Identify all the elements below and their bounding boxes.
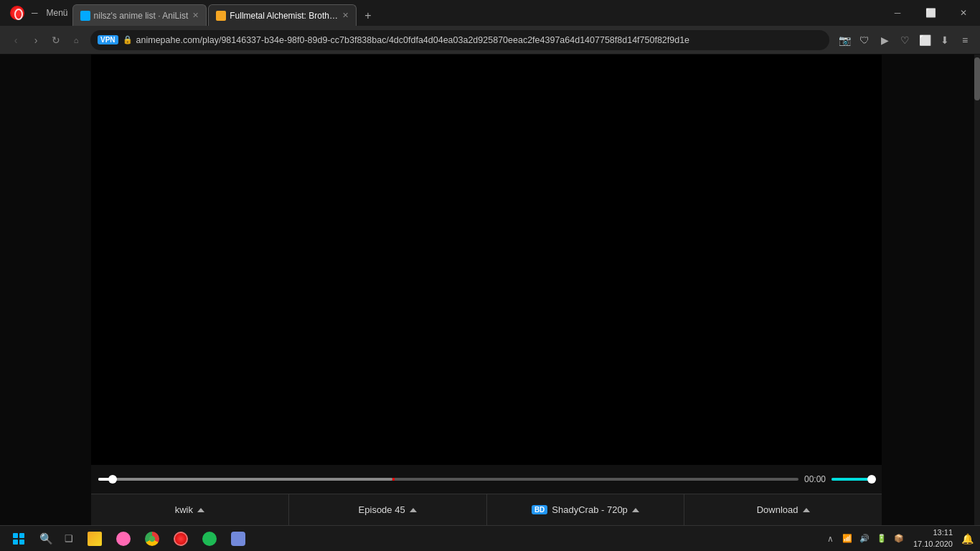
server-label: kwik <box>175 504 193 515</box>
video-area: 00:00 kwik Episode 45 BD ShadyCrab - 720… <box>91 55 882 525</box>
taskbar-app-opera[interactable] <box>166 526 195 552</box>
bottom-controls: kwik Episode 45 BD ShadyCrab - 720p Down… <box>91 494 882 525</box>
refresh-button[interactable]: ↻ <box>46 30 66 50</box>
server-selector[interactable]: kwik <box>91 494 289 525</box>
dropbox-icon[interactable]: 📦 <box>891 531 907 547</box>
notification-icon: 🔔 <box>961 533 974 545</box>
tab-fma-close[interactable]: ✕ <box>342 11 349 20</box>
right-sidebar <box>882 55 980 525</box>
camera-icon-btn[interactable]: 📷 <box>835 31 854 50</box>
download-chevron-icon <box>803 508 810 512</box>
taskbar-app-files[interactable] <box>80 526 109 552</box>
taskbar-app-chrome[interactable] <box>138 526 166 552</box>
left-sidebar <box>0 55 91 525</box>
quality-chevron-icon <box>632 508 639 512</box>
play-icon-btn[interactable]: ▶ <box>875 31 894 50</box>
maximize-button[interactable]: ⬜ <box>914 0 947 26</box>
taskbar: 🔍 ❑ ∧ 📶 🔊 🔋 📦 13:11 17.10.2020 🔔 <box>0 525 980 551</box>
home-button[interactable]: ⌂ <box>66 30 86 50</box>
toolbar-icons: 📷 🛡 ▶ ♡ ⬜ ⬇ ≡ <box>834 31 974 50</box>
back-button[interactable]: ‹ <box>6 30 26 50</box>
taskbar-search[interactable]: 🔍 <box>34 527 57 550</box>
progress-buffer <box>98 478 392 481</box>
taskbar-app-osu[interactable] <box>109 526 138 552</box>
heart-icon-btn[interactable]: ♡ <box>895 31 914 50</box>
tab-fma[interactable]: Fullmetal Alchemist: Broth… ✕ <box>208 4 357 26</box>
taskbar-clock[interactable]: 13:11 17.10.2020 <box>910 527 953 550</box>
download-label: Download <box>757 504 798 515</box>
title-bar: ─ Menü nilsz's anime list · AniList ✕ Fu… <box>0 0 980 26</box>
download-button[interactable]: Download <box>684 494 882 525</box>
volume-dot <box>867 475 876 484</box>
snapshot-icon-btn[interactable]: ⬜ <box>915 31 934 50</box>
address-input[interactable]: VPN 🔒 animepahe.com/play/98146337-b34e-9… <box>90 30 829 50</box>
clock-date: 17.10.2020 <box>913 539 953 550</box>
quality-label: ShadyCrab - 720p <box>552 504 628 515</box>
menu-icon-btn[interactable]: ≡ <box>956 31 974 50</box>
video-player[interactable] <box>91 55 882 465</box>
download-icon-btn[interactable]: ⬇ <box>936 31 954 50</box>
shield-icon-btn[interactable]: 🛡 <box>855 31 874 50</box>
progress-marker <box>392 478 395 481</box>
menu-label: ─ <box>32 8 38 18</box>
volume-fill <box>831 478 870 481</box>
notification-button[interactable]: 🔔 <box>957 526 977 552</box>
win-logo-br <box>19 540 24 545</box>
discord-icon <box>231 532 245 546</box>
speaker-icon[interactable]: 🔊 <box>857 531 872 547</box>
anilist-favicon <box>80 11 90 21</box>
win-logo-bl <box>13 540 18 545</box>
task-view-icon: ❑ <box>65 533 73 544</box>
battery-icon[interactable]: 🔋 <box>874 531 890 547</box>
time-display: 00:00 <box>804 474 826 484</box>
close-button[interactable]: ✕ <box>947 0 980 26</box>
task-view-button[interactable]: ❑ <box>57 527 80 550</box>
osu-icon <box>116 532 131 546</box>
tab-anilist[interactable]: nilsz's anime list · AniList ✕ <box>72 4 207 26</box>
win-logo-tr <box>19 533 24 538</box>
chrome-icon <box>145 532 159 546</box>
start-button[interactable] <box>3 526 34 552</box>
files-icon <box>88 532 102 546</box>
windows-logo <box>13 533 24 545</box>
network-icon[interactable]: 📶 <box>839 531 855 547</box>
clock-time: 13:11 <box>933 527 953 538</box>
opera-logo <box>10 6 24 20</box>
show-hidden-button[interactable]: ∧ <box>822 531 838 547</box>
video-controls: 00:00 <box>91 465 882 494</box>
main-content: 00:00 kwik Episode 45 BD ShadyCrab - 720… <box>0 55 980 525</box>
progress-dot <box>108 475 117 484</box>
taskbar-app-discord[interactable] <box>224 526 253 552</box>
tab-anilist-close[interactable]: ✕ <box>192 11 199 20</box>
search-icon: 🔍 <box>39 532 53 545</box>
spotify-icon <box>202 532 217 546</box>
progress-bar[interactable] <box>98 478 798 481</box>
fma-favicon <box>216 11 226 21</box>
address-text: animepahe.com/play/98146337-b34e-98f0-89… <box>136 35 822 45</box>
browser-chrome: ─ Menü nilsz's anime list · AniList ✕ Fu… <box>0 0 980 55</box>
opera-icon <box>174 532 188 546</box>
episode-label: Episode 45 <box>359 504 405 515</box>
scrollbar[interactable] <box>974 55 980 525</box>
new-tab-button[interactable]: + <box>358 6 378 26</box>
systray: ∧ 📶 🔊 🔋 📦 <box>822 531 907 547</box>
opera-menu-button[interactable] <box>3 0 32 26</box>
episode-selector[interactable]: Episode 45 <box>289 494 487 525</box>
tabs-area: nilsz's anime list · AniList ✕ Fullmetal… <box>72 0 881 26</box>
bd-badge: BD <box>532 505 547 514</box>
episode-chevron-icon <box>410 508 417 512</box>
vpn-badge: VPN <box>98 35 118 44</box>
quality-selector[interactable]: BD ShadyCrab - 720p <box>487 494 685 525</box>
address-bar: ‹ › ↻ ⌂ VPN 🔒 animepahe.com/play/9814633… <box>0 26 980 55</box>
menu-text: Menü <box>47 8 68 18</box>
tab-anilist-label: nilsz's anime list · AniList <box>94 11 189 21</box>
minimize-button[interactable]: ─ <box>881 0 914 26</box>
volume-bar[interactable] <box>831 478 875 481</box>
scroll-thumb[interactable] <box>974 57 980 100</box>
window-controls: ─ ⬜ ✕ <box>881 0 980 26</box>
tab-fma-label: Fullmetal Alchemist: Broth… <box>230 11 338 21</box>
lock-icon: 🔒 <box>123 35 133 44</box>
server-chevron-icon <box>197 508 204 512</box>
forward-button[interactable]: › <box>26 30 46 50</box>
taskbar-app-spotify[interactable] <box>195 526 224 552</box>
